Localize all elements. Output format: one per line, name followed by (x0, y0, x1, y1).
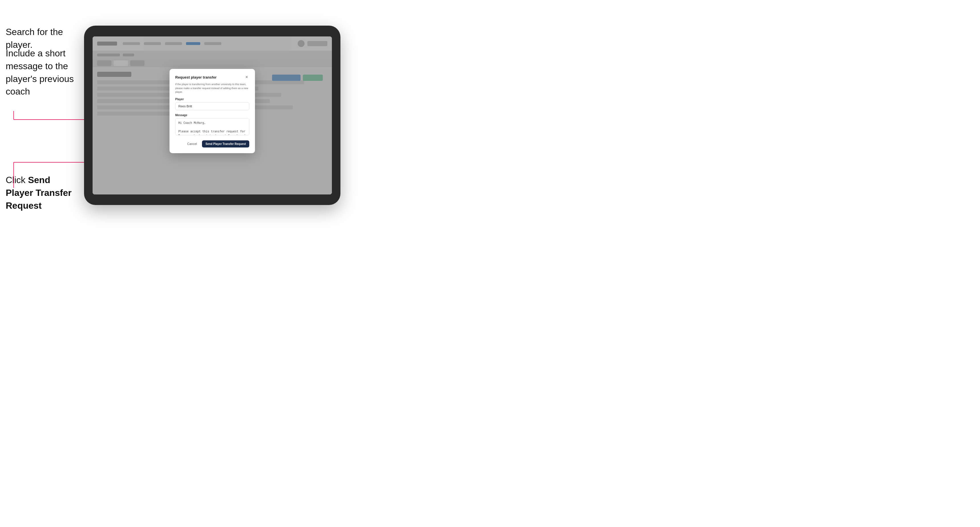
modal-overlay: Request player transfer × If the player … (92, 37, 332, 194)
request-transfer-modal: Request player transfer × If the player … (170, 69, 255, 153)
annotation-message-text: Include a short message to the player's … (6, 48, 74, 97)
modal-close-button[interactable]: × (244, 75, 249, 80)
message-textarea[interactable]: Hi Coach McHarg, Please accept this tran… (175, 118, 249, 135)
tablet-screen: Request player transfer × If the player … (92, 37, 332, 194)
cancel-button-label: Cancel (187, 142, 197, 146)
modal-title: Request player transfer (175, 75, 216, 79)
player-search-input[interactable] (175, 102, 249, 110)
annotation-click-prefix: Click (6, 175, 28, 185)
cancel-button[interactable]: Cancel (185, 141, 199, 147)
modal-header: Request player transfer × (175, 75, 249, 80)
annotation-message: Include a short message to the player's … (6, 47, 83, 98)
close-icon: × (245, 75, 248, 80)
send-button-label: Send Player Transfer Request (205, 142, 246, 146)
modal-footer: Cancel Send Player Transfer Request (175, 140, 249, 148)
send-transfer-request-button[interactable]: Send Player Transfer Request (202, 140, 249, 148)
annotation-click: Click Send Player Transfer Request (6, 174, 80, 212)
tablet-device: Request player transfer × If the player … (84, 25, 340, 205)
modal-description: If the player is transferring from anoth… (175, 83, 249, 94)
annotation-search-text: Search for the player. (6, 27, 63, 50)
player-field-label: Player (175, 98, 249, 101)
message-field-label: Message (175, 114, 249, 117)
